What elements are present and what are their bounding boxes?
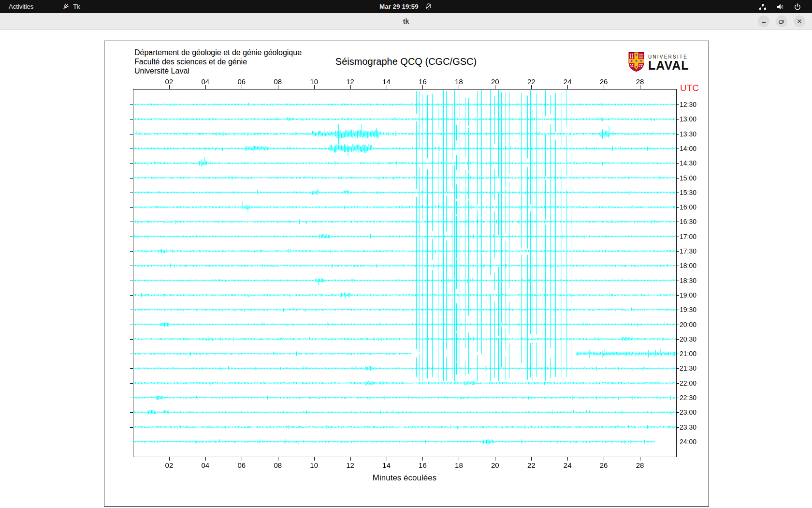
x-tick-label-top: 06 xyxy=(237,77,246,86)
activities-button[interactable]: Activities xyxy=(0,0,42,13)
x-tick-label-bottom: 02 xyxy=(165,461,174,469)
desktop-screen: Activities Tk Mar 29 19:59 xyxy=(0,0,812,508)
x-tick-label-top: 10 xyxy=(310,77,318,86)
x-tick-label-bottom: 16 xyxy=(419,461,427,469)
utc-time-label: 13:00 xyxy=(680,115,696,123)
utc-time-label: 16:30 xyxy=(680,218,696,225)
utc-time-label: 21:00 xyxy=(680,350,696,358)
utc-time-label: 15:30 xyxy=(680,189,696,196)
utc-time-label: 20:00 xyxy=(680,321,696,329)
utc-time-label: 23:00 xyxy=(680,408,696,416)
utc-time-label: 24:00 xyxy=(680,438,696,446)
x-tick-label-bottom: 14 xyxy=(382,461,391,469)
x-tick-label-bottom: 08 xyxy=(274,461,282,469)
utc-time-label: 18:00 xyxy=(680,262,696,269)
network-wired-icon xyxy=(759,3,767,11)
top-bar-center[interactable]: Mar 29 19:59 xyxy=(379,0,432,13)
utc-time-label: 15:00 xyxy=(680,174,696,182)
utc-time-label: 22:00 xyxy=(680,379,696,387)
utc-time-label: 18:30 xyxy=(680,277,696,284)
x-tick-label-top: 02 xyxy=(165,77,174,86)
utc-time-label: 12:30 xyxy=(680,101,696,108)
x-tick-label-bottom: 22 xyxy=(527,461,536,469)
window-controls xyxy=(758,15,805,27)
x-tick-label-top: 28 xyxy=(636,77,644,86)
maximize-button[interactable] xyxy=(776,15,787,27)
x-tick-label-bottom: 20 xyxy=(491,461,499,469)
x-tick-label-bottom: 06 xyxy=(237,461,246,469)
x-tick-label-top: 22 xyxy=(527,77,536,86)
x-tick-label-bottom: 18 xyxy=(455,461,463,469)
x-tick-label-top: 26 xyxy=(600,77,608,86)
minimize-button[interactable] xyxy=(758,15,769,27)
utc-time-label: 23:30 xyxy=(680,423,696,431)
utc-time-label: 19:30 xyxy=(680,306,696,314)
seismograph-canvas xyxy=(104,41,709,506)
utc-time-label: 17:30 xyxy=(680,247,696,255)
x-tick-label-top: 20 xyxy=(491,77,499,86)
system-status-area[interactable] xyxy=(759,0,812,13)
plot-area: UTC Minutes écoulées 0202040406060808101… xyxy=(104,41,709,506)
app-indicator-label: Tk xyxy=(73,3,80,10)
notifications-muted-icon xyxy=(425,3,433,10)
x-tick-label-top: 08 xyxy=(274,77,282,86)
utc-time-label: 22:30 xyxy=(680,394,696,402)
clock[interactable]: Mar 29 19:59 xyxy=(379,3,418,10)
x-tick-label-top: 12 xyxy=(346,77,354,86)
window-title-bar[interactable]: tk xyxy=(0,13,812,30)
window-title: tk xyxy=(0,13,812,30)
x-tick-label-top: 18 xyxy=(455,77,463,86)
top-bar-left: Activities Tk xyxy=(0,0,87,13)
power-icon xyxy=(794,3,801,11)
tk-feather-icon xyxy=(62,3,70,10)
utc-time-label: 16:00 xyxy=(680,203,696,211)
utc-time-label: 13:30 xyxy=(680,130,696,138)
utc-time-label: 14:00 xyxy=(680,145,696,152)
utc-label: UTC xyxy=(680,83,699,93)
utc-time-label: 17:00 xyxy=(680,233,696,240)
x-tick-label-bottom: 12 xyxy=(346,461,354,469)
x-tick-label-bottom: 26 xyxy=(600,461,608,469)
utc-time-label: 19:00 xyxy=(680,291,696,299)
utc-time-label: 14:30 xyxy=(680,159,696,167)
x-tick-label-top: 04 xyxy=(202,77,210,86)
x-tick-label-bottom: 28 xyxy=(636,461,644,469)
x-tick-label-bottom: 10 xyxy=(310,461,318,469)
seismograph-figure: Département de géologie et de génie géol… xyxy=(104,41,709,507)
utc-time-label: 21:30 xyxy=(680,364,696,372)
utc-time-label: 20:30 xyxy=(680,335,696,343)
top-bar: Activities Tk Mar 29 19:59 xyxy=(0,0,812,13)
volume-icon xyxy=(776,3,784,11)
close-button[interactable] xyxy=(794,15,805,27)
x-tick-label-top: 16 xyxy=(419,77,427,86)
x-tick-label-top: 14 xyxy=(382,77,391,86)
x-tick-label-top: 24 xyxy=(564,77,572,86)
x-tick-label-bottom: 24 xyxy=(564,461,572,469)
x-axis-label: Minutes écoulées xyxy=(373,473,436,483)
x-tick-label-bottom: 04 xyxy=(202,461,210,469)
app-indicator-tk[interactable]: Tk xyxy=(56,0,87,13)
